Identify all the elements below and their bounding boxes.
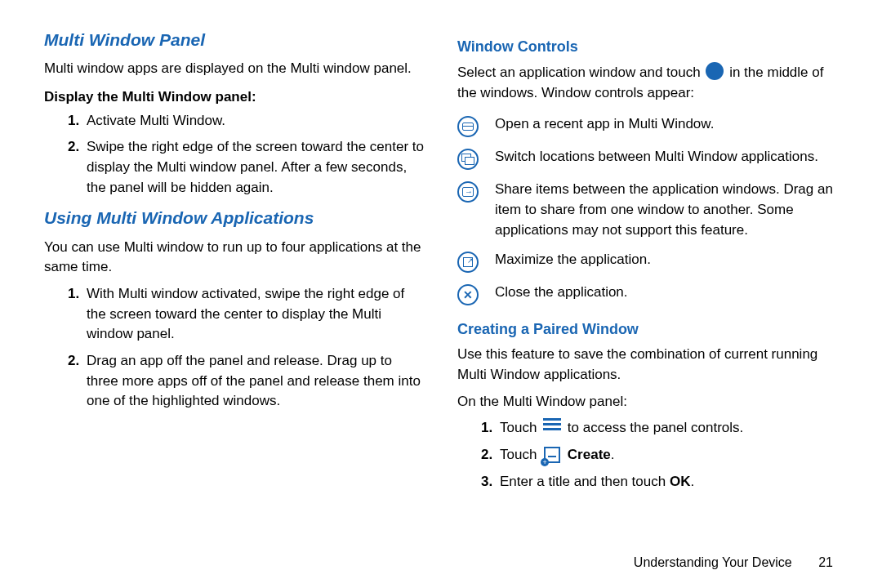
ok-label: OK	[670, 474, 691, 489]
heading-multi-window-panel: Multi Window Panel	[44, 28, 425, 52]
list-item: Enter a title and then touch OK.	[497, 472, 838, 492]
list-item: Activate Multi Window.	[83, 111, 425, 131]
list-item: Touch to access the panel controls.	[497, 418, 838, 439]
wc-item: Maximize the application.	[492, 245, 838, 278]
panel-menu-icon	[543, 418, 561, 433]
pw-intro2: On the Multi Window panel:	[457, 392, 838, 412]
wc-intro-pre: Select an application window and touch	[457, 65, 704, 80]
wc-item: Close the application.	[492, 278, 838, 310]
wc-item: Switch locations between Multi Window ap…	[492, 142, 838, 175]
pw2-pre: Touch	[500, 447, 541, 462]
left-column: Multi Window Panel Multi window apps are…	[44, 28, 425, 588]
pw1-post: to access the panel controls.	[564, 420, 743, 435]
recent-app-icon	[457, 116, 479, 137]
list-item: With Multi window activated, swipe the r…	[83, 284, 425, 345]
pw3-pre: Enter a title and then touch	[500, 474, 670, 489]
close-icon: ✕	[457, 284, 479, 305]
pw-intro: Use this feature to save the combination…	[457, 345, 838, 385]
heading-window-controls: Window Controls	[457, 36, 838, 57]
create-pair-icon: +	[544, 447, 560, 463]
manual-page: Multi Window Panel Multi window apps are…	[0, 0, 882, 588]
handle-dot-icon	[706, 62, 724, 80]
steps-paired: Touch to access the panel controls. Touc…	[457, 418, 838, 492]
list-item: Touch + Create.	[497, 445, 838, 466]
steps-display-panel: Activate Multi Window. Swipe the right e…	[44, 111, 425, 198]
right-column: Window Controls Select an application wi…	[457, 28, 838, 588]
switch-windows-icon	[457, 149, 479, 170]
pw1-pre: Touch	[500, 420, 541, 435]
create-label: Create	[568, 447, 611, 462]
wc-item: Share items between the application wind…	[492, 175, 838, 245]
page-number: 21	[818, 555, 833, 569]
window-controls-list: Open a recent app in Multi Window. Switc…	[457, 109, 838, 310]
footer-section-title: Understanding Your Device	[634, 555, 792, 569]
list-item: Swipe the right edge of the screen towar…	[83, 137, 425, 198]
pw2-post: .	[611, 447, 615, 462]
intro-mwp: Multi window apps are displayed on the M…	[44, 59, 425, 79]
intro-using: You can use Multi window to run up to fo…	[44, 238, 425, 278]
page-footer: Understanding Your Device 21	[634, 555, 833, 570]
list-item: Drag an app off the panel and release. D…	[83, 351, 425, 412]
share-between-windows-icon	[457, 181, 479, 203]
heading-using-mw-apps: Using Multi Window Applications	[44, 206, 425, 230]
heading-paired-window: Creating a Paired Window	[457, 318, 838, 340]
subhead-display-panel: Display the Multi Window panel:	[44, 87, 425, 108]
maximize-icon	[457, 252, 479, 273]
pw3-post: .	[690, 474, 694, 489]
wc-intro: Select an application window and touch i…	[457, 62, 838, 103]
steps-using: With Multi window activated, swipe the r…	[44, 284, 425, 412]
wc-item: Open a recent app in Multi Window.	[492, 109, 838, 142]
